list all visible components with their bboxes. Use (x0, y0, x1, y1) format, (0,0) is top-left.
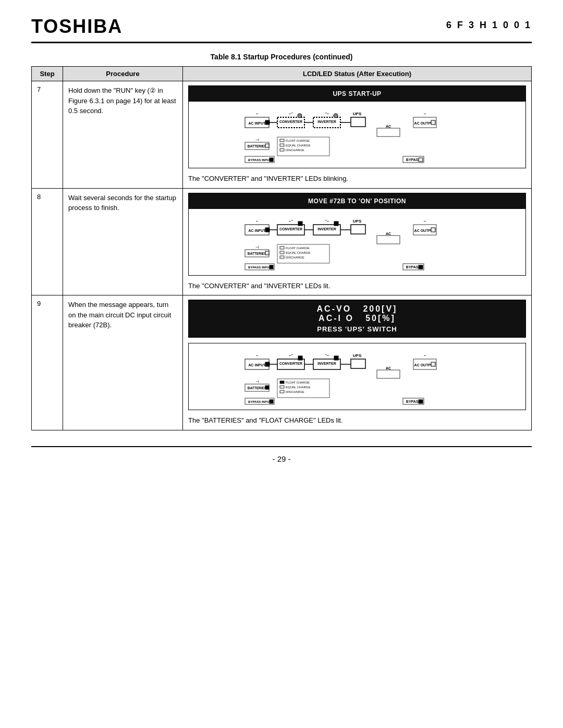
svg-rect-117 (280, 390, 284, 393)
step-number: 7 (32, 81, 63, 189)
col-header-step: Step (32, 67, 63, 81)
procedure-cell: Wait several seconds for the startup pro… (63, 188, 183, 295)
svg-text:~⁻: ~⁻ (289, 353, 293, 358)
diagram-header-7: UPS START-UP (189, 86, 525, 102)
status-text-7: The "CONVERTER" and "INVERTER" LEDs blin… (188, 174, 526, 184)
svg-text:AC INPUT: AC INPUT (248, 229, 266, 232)
svg-text:BATTERIES: BATTERIES (248, 252, 267, 255)
svg-rect-125 (419, 400, 423, 403)
svg-text:CONVERTER: CONVERTER (279, 227, 302, 231)
col-header-lcd: LCD/LED Status (After Execution) (183, 67, 532, 81)
svg-text:~: ~ (256, 353, 259, 358)
svg-text:DISCHARGE: DISCHARGE (286, 256, 304, 259)
diagram-body-9: ~ AC INPUT ~⁻ CONVERT (189, 343, 525, 410)
procedure-cell: When the message appears, turn on the ma… (63, 295, 183, 430)
svg-text:INVERTER: INVERTER (317, 120, 336, 124)
svg-point-13 (334, 114, 338, 118)
svg-text:DISCHARGE: DISCHARGE (286, 149, 304, 152)
svg-text:AC: AC (386, 366, 391, 370)
svg-text:~: ~ (424, 219, 426, 224)
svg-text:FLOAT CHARGE: FLOAT CHARGE (286, 246, 310, 250)
svg-rect-50 (298, 221, 302, 226)
svg-text:AC: AC (386, 125, 391, 128)
svg-rect-100 (351, 359, 365, 368)
svg-text:⁻~: ⁻~ (325, 219, 329, 224)
page: TOSHIBA 6 F 3 H 1 0 0 1 Table 8.1 Startu… (0, 0, 563, 728)
table-row: 8 Wait several seconds for the startup p… (32, 188, 532, 295)
table-row: 7 Hold down the "RUN" key (② in Figure 6… (32, 81, 532, 189)
svg-text:UPS: UPS (353, 353, 362, 358)
svg-rect-29 (280, 139, 284, 142)
page-header: TOSHIBA 6 F 3 H 1 0 0 1 (31, 16, 532, 43)
svg-text:⊣: ⊣ (255, 379, 259, 384)
svg-text:⊣: ⊣ (255, 138, 259, 142)
diagram-box-9: ~ AC INPUT ~⁻ CONVERT (188, 343, 526, 410)
diagram-box-7: UPS START-UP ~ AC INPUT (188, 85, 526, 168)
step-number: 9 (32, 295, 63, 430)
svg-rect-92 (298, 356, 302, 360)
svg-rect-23 (431, 120, 435, 125)
svg-text:AC: AC (386, 232, 391, 236)
svg-rect-33 (280, 149, 284, 151)
svg-text:CONVERTER: CONVERTER (279, 120, 302, 124)
svg-point-8 (298, 114, 302, 118)
svg-text:~: ~ (424, 112, 426, 116)
svg-rect-115 (280, 386, 284, 388)
table-row: 9 When the message appears, turn on the … (32, 295, 532, 430)
svg-rect-3 (265, 120, 270, 125)
svg-text:AC INPUT: AC INPUT (248, 363, 266, 367)
ac-input-group: ~ AC INPUT (245, 112, 270, 128)
svg-rect-16 (351, 117, 365, 127)
svg-text:~⁻: ~⁻ (289, 112, 293, 116)
svg-rect-27 (265, 144, 269, 147)
svg-rect-80 (270, 265, 273, 269)
svg-text:AC INPUT: AC INPUT (248, 121, 266, 125)
lcd-cell: AC-VO 200[V] AC-I O 50[%] PRESS 'UPS' SW… (183, 295, 532, 430)
svg-text:~: ~ (256, 112, 259, 116)
svg-text:⁻~: ⁻~ (325, 353, 329, 358)
lcd-cell: UPS START-UP ~ AC INPUT (183, 81, 532, 189)
svg-text:CONVERTER: CONVERTER (279, 362, 302, 365)
svg-text:EQUAL CHARGE: EQUAL CHARGE (286, 251, 310, 254)
svg-rect-87 (265, 362, 270, 366)
svg-rect-58 (351, 225, 365, 234)
inverter-group: ⁻~ INVERTER (313, 112, 340, 128)
table-title: Table 8.1 Startup Procedures (continued) (31, 53, 532, 61)
svg-rect-61 (377, 236, 400, 244)
svg-text:⁻~: ⁻~ (325, 112, 329, 116)
svg-rect-19 (377, 128, 400, 137)
status-text-8: The "CONVERTER" and "INVERTER" LEDs lit. (188, 281, 526, 291)
svg-text:DISCHARGE: DISCHARGE (286, 390, 304, 393)
svg-text:BYPASS INPUT: BYPASS INPUT (248, 266, 271, 269)
svg-text:INVERTER: INVERTER (317, 362, 336, 365)
diagram-body-7: ~ AC INPUT ~⁻ (189, 102, 525, 168)
svg-text:EQUAL CHARGE: EQUAL CHARGE (286, 386, 310, 389)
svg-text:BATTERIES: BATTERIES (248, 386, 267, 390)
step-number: 8 (32, 188, 63, 295)
page-footer: - 29 - (31, 446, 532, 463)
col-header-procedure: Procedure (63, 67, 183, 81)
svg-rect-103 (377, 370, 400, 378)
svg-rect-65 (431, 228, 435, 232)
svg-text:EQUAL CHARGE: EQUAL CHARGE (286, 144, 310, 147)
svg-text:INVERTER: INVERTER (317, 227, 336, 231)
svg-text:BYPASS INPUT: BYPASS INPUT (248, 158, 271, 162)
svg-rect-75 (280, 256, 284, 258)
svg-rect-111 (265, 386, 269, 389)
svg-text:UPS: UPS (353, 112, 362, 116)
converter-group: ~⁻ CONVERTER (277, 112, 304, 128)
svg-rect-107 (431, 362, 435, 366)
svg-text:⊣: ⊣ (255, 245, 259, 250)
ups-diagram-svg-7: ~ AC INPUT ~⁻ (194, 106, 520, 163)
ups-diagram-svg-8: ~ AC INPUT ~⁻ CONVERT (194, 213, 520, 270)
svg-rect-122 (270, 400, 273, 403)
toshiba-logo: TOSHIBA (31, 16, 123, 38)
ups-diagram-svg-9: ~ AC INPUT ~⁻ CONVERT (194, 348, 520, 405)
page-number: - 29 - (272, 454, 290, 463)
svg-rect-55 (334, 221, 338, 226)
svg-text:~: ~ (256, 219, 259, 224)
doc-number: 6 F 3 H 1 0 0 1 (446, 20, 532, 31)
diagram-box-8: MOVE #72B TO 'ON' POSITION ~ AC INPUT (188, 193, 526, 276)
svg-text:FLOAT CHARGE: FLOAT CHARGE (286, 381, 310, 384)
procedure-cell: Hold down the "RUN" key (② in Figure 6.3… (63, 81, 183, 189)
